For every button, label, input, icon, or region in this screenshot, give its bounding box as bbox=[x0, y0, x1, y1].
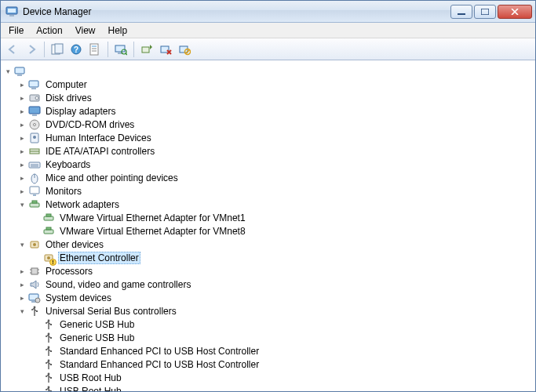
svg-rect-42 bbox=[30, 203, 39, 207]
tree-node-system[interactable]: ▸System devices bbox=[16, 291, 535, 304]
tree-root-node[interactable]: ▾ bbox=[2, 64, 535, 78]
svg-point-26 bbox=[35, 96, 38, 100]
tree-node-usb6[interactable]: USB Root Hub bbox=[31, 384, 535, 391]
svg-point-78 bbox=[48, 386, 50, 388]
tree-node-label: VMware Virtual Ethernet Adapter for VMne… bbox=[58, 212, 247, 223]
tree-node-sound[interactable]: ▸Sound, video and game controllers bbox=[16, 278, 535, 291]
tree-node-label: System devices bbox=[44, 292, 113, 303]
tree-node-mice[interactable]: ▸Mice and other pointing devices bbox=[16, 171, 535, 184]
chevron-right-icon[interactable]: ▸ bbox=[16, 106, 27, 117]
chevron-down-icon[interactable]: ▾ bbox=[2, 66, 13, 77]
tree-node-label: USB Root Hub bbox=[58, 372, 123, 383]
tree-node-computer[interactable]: ▸Computer bbox=[16, 78, 535, 91]
chevron-down-icon[interactable]: ▾ bbox=[16, 199, 27, 210]
tree-node-display[interactable]: ▸Display adapters bbox=[16, 104, 535, 118]
svg-point-61 bbox=[31, 309, 33, 310]
svg-point-69 bbox=[48, 346, 50, 348]
other-icon bbox=[28, 238, 41, 251]
tree-view[interactable]: ▾ ▸Computer▸Disk drives▸Display adapters… bbox=[1, 60, 535, 391]
tree-node-usb1[interactable]: Generic USB Hub bbox=[31, 318, 535, 331]
svg-rect-62 bbox=[36, 310, 38, 312]
tree-node-label: Monitors bbox=[44, 186, 83, 197]
chevron-right-icon[interactable]: ▸ bbox=[16, 266, 27, 277]
usb-icon bbox=[42, 332, 55, 344]
tree-node-label: Standard Enhanced PCI to USB Host Contro… bbox=[58, 359, 261, 370]
tree-node-label: IDE ATA/ATAPI controllers bbox=[44, 146, 156, 157]
chevron-down-icon[interactable]: ▾ bbox=[16, 306, 27, 317]
chevron-right-icon[interactable]: ▸ bbox=[16, 93, 27, 103]
tree-node-monitors[interactable]: ▸Monitors bbox=[16, 184, 535, 198]
svg-rect-68 bbox=[50, 337, 52, 339]
tree-node-label: Universal Serial Bus controllers bbox=[44, 306, 178, 317]
close-button[interactable] bbox=[498, 5, 532, 19]
tree-node-label: Display adapters bbox=[44, 106, 117, 117]
tree-node-disk[interactable]: ▸Disk drives bbox=[16, 91, 535, 104]
tree-node-network[interactable]: ▾Network adapters bbox=[16, 198, 535, 211]
svg-point-66 bbox=[48, 332, 50, 335]
chevron-right-icon[interactable]: ▸ bbox=[16, 279, 27, 290]
toolbar-sep bbox=[133, 42, 134, 57]
chevron-right-icon[interactable]: ▸ bbox=[16, 79, 27, 90]
cpu-icon bbox=[28, 265, 41, 278]
tree-node-usb[interactable]: ▾Universal Serial Bus controllers bbox=[16, 304, 535, 318]
tree-node-ethctrl[interactable]: !Ethernet Controller bbox=[31, 251, 535, 264]
tree-node-dvd[interactable]: ▸DVD/CD-ROM drives bbox=[16, 118, 535, 131]
menu-action[interactable]: Action bbox=[30, 24, 68, 38]
svg-rect-17 bbox=[142, 47, 149, 53]
usb-icon bbox=[42, 318, 55, 331]
tree-node-hid[interactable]: ▸Human Interface Devices bbox=[16, 131, 535, 144]
usb-icon bbox=[42, 385, 55, 392]
minimize-button[interactable] bbox=[450, 5, 472, 19]
help-button[interactable]: ? bbox=[67, 41, 85, 58]
scan-button[interactable] bbox=[112, 41, 129, 58]
computer-icon bbox=[14, 65, 27, 78]
menu-help[interactable]: Help bbox=[102, 24, 134, 38]
menubar: File Action View Help bbox=[1, 23, 535, 38]
maximize-button[interactable] bbox=[474, 5, 496, 19]
menu-file[interactable]: File bbox=[2, 24, 30, 38]
chevron-right-icon[interactable]: ▸ bbox=[16, 146, 27, 157]
tree-node-usb5[interactable]: USB Root Hub bbox=[31, 371, 535, 384]
ide-icon bbox=[28, 145, 41, 158]
properties-button[interactable] bbox=[86, 41, 104, 58]
svg-point-59 bbox=[35, 298, 40, 303]
svg-point-60 bbox=[34, 306, 36, 308]
other-icon: ! bbox=[42, 252, 55, 264]
svg-rect-43 bbox=[32, 201, 37, 203]
tree-node-usb4[interactable]: Standard Enhanced PCI to USB Host Contro… bbox=[31, 358, 535, 371]
chevron-right-icon[interactable]: ▸ bbox=[16, 119, 27, 130]
menu-view[interactable]: View bbox=[69, 24, 102, 38]
show-hidden-button[interactable] bbox=[49, 41, 66, 58]
tree-node-vmnet1[interactable]: VMware Virtual Ethernet Adapter for VMne… bbox=[31, 211, 535, 224]
svg-point-70 bbox=[46, 349, 47, 350]
disable-button[interactable] bbox=[176, 41, 193, 58]
update-driver-button[interactable] bbox=[138, 41, 155, 58]
tree-node-label: Keyboards bbox=[44, 159, 92, 170]
nav-forward-button[interactable] bbox=[23, 41, 40, 58]
app-icon bbox=[5, 5, 18, 18]
chevron-right-icon[interactable]: ▸ bbox=[16, 172, 27, 183]
tree-node-usb2[interactable]: Generic USB Hub bbox=[31, 331, 535, 344]
chevron-right-icon[interactable]: ▸ bbox=[16, 159, 27, 170]
tree-node-vmnet8[interactable]: VMware Virtual Ethernet Adapter for VMne… bbox=[31, 224, 535, 238]
tree-node-keyboard[interactable]: ▸Keyboards bbox=[16, 158, 535, 171]
titlebar[interactable]: Device Manager bbox=[1, 1, 535, 23]
svg-rect-9 bbox=[90, 44, 98, 55]
chevron-right-icon[interactable]: ▸ bbox=[16, 132, 27, 143]
svg-point-64 bbox=[46, 322, 47, 324]
chevron-right-icon[interactable]: ▸ bbox=[16, 292, 27, 303]
tree-node-label: Human Interface Devices bbox=[44, 132, 153, 143]
svg-rect-24 bbox=[31, 88, 36, 89]
chevron-down-icon[interactable]: ▾ bbox=[16, 239, 27, 250]
nav-back-button[interactable] bbox=[4, 41, 21, 58]
tree-node-ide[interactable]: ▸IDE ATA/ATAPI controllers bbox=[16, 144, 535, 158]
disk-icon bbox=[28, 92, 41, 104]
usb-icon bbox=[42, 372, 55, 384]
chevron-right-icon[interactable]: ▸ bbox=[16, 186, 27, 197]
tree-node-other[interactable]: ▾Other devices bbox=[16, 238, 535, 251]
svg-rect-44 bbox=[44, 216, 53, 220]
uninstall-button[interactable] bbox=[157, 41, 174, 58]
svg-rect-46 bbox=[44, 230, 53, 234]
tree-node-usb3[interactable]: Standard Enhanced PCI to USB Host Contro… bbox=[31, 344, 535, 358]
tree-node-processors[interactable]: ▸Processors bbox=[16, 264, 535, 278]
